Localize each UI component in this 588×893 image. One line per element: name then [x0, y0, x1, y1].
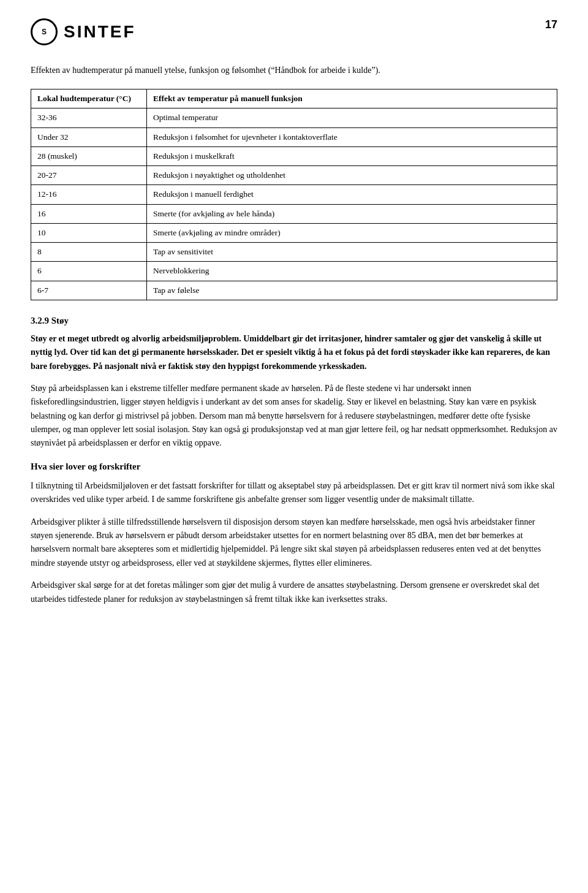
logo-symbol: S: [42, 28, 47, 36]
table-cell-temp: 10: [31, 223, 147, 242]
section-329-para2: Støy på arbeidsplassen kan i ekstreme ti…: [31, 382, 557, 450]
section-329-para3: I tilknytning til Arbeidsmiljøloven er d…: [31, 479, 557, 507]
page-header: S SINTEF 17: [31, 18, 557, 45]
table-col2-header: Effekt av temperatur på manuell funksjon: [146, 89, 557, 108]
table-row: 32-36Optimal temperatur: [31, 108, 557, 127]
table-cell-temp: 20-27: [31, 166, 147, 185]
table-cell-effect: Nerveblokkering: [146, 262, 557, 281]
table-cell-temp: 32-36: [31, 108, 147, 127]
table-cell-effect: Reduksjon i muskelkraft: [146, 146, 557, 165]
table-row: 12-16Reduksjon i manuell ferdighet: [31, 185, 557, 204]
logo-name: SINTEF: [64, 22, 136, 42]
temperature-table: Lokal hudtemperatur (°C) Effekt av tempe…: [31, 89, 557, 300]
table-cell-effect: Smerte (avkjøling av mindre områder): [146, 223, 557, 242]
table-cell-temp: 28 (muskel): [31, 146, 147, 165]
table-cell-temp: 6-7: [31, 281, 147, 300]
table-cell-effect: Tap av sensitivitet: [146, 243, 557, 262]
table-cell-effect: Tap av følelse: [146, 281, 557, 300]
section-329-para5: Arbeidsgiver skal sørge for at det foret…: [31, 579, 557, 606]
intro-text: Effekten av hudtemperatur på manuell yte…: [31, 64, 557, 77]
table-header-row: Lokal hudtemperatur (°C) Effekt av tempe…: [31, 89, 557, 108]
table-row: 6Nerveblokkering: [31, 262, 557, 281]
table-cell-temp: 16: [31, 204, 147, 223]
table-row: 16Smerte (for avkjøling av hele hånda): [31, 204, 557, 223]
table-row: 10Smerte (avkjøling av mindre områder): [31, 223, 557, 242]
section-329-para1: Støy er et meget utbredt og alvorlig arb…: [31, 332, 557, 373]
table-col1-header: Lokal hudtemperatur (°C): [31, 89, 147, 108]
section-329-heading: 3.2.9 Støy: [31, 316, 557, 326]
table-cell-temp: Under 32: [31, 127, 147, 146]
table-row: 20-27Reduksjon i nøyaktighet og utholden…: [31, 166, 557, 185]
table-cell-effect: Reduksjon i manuell ferdighet: [146, 185, 557, 204]
table-cell-effect: Optimal temperatur: [146, 108, 557, 127]
table-cell-effect: Reduksjon i nøyaktighet og utholdenhet: [146, 166, 557, 185]
page-number: 17: [545, 18, 557, 31]
laws-heading: Hva sier lover og forskrifter: [31, 462, 557, 472]
logo-circle-icon: S: [31, 18, 58, 45]
table-row: 6-7Tap av følelse: [31, 281, 557, 300]
logo-area: S SINTEF: [31, 18, 136, 45]
table-cell-temp: 8: [31, 243, 147, 262]
table-row: 8Tap av sensitivitet: [31, 243, 557, 262]
table-row: Under 32Reduksjon i følsomhet for ujevnh…: [31, 127, 557, 146]
table-cell-temp: 12-16: [31, 185, 147, 204]
table-cell-effect: Smerte (for avkjøling av hele hånda): [146, 204, 557, 223]
section-329-para4: Arbeidsgiver plikter å stille tilfredsst…: [31, 515, 557, 571]
table-cell-effect: Reduksjon i følsomhet for ujevnheter i k…: [146, 127, 557, 146]
table-row: 28 (muskel)Reduksjon i muskelkraft: [31, 146, 557, 165]
table-cell-temp: 6: [31, 262, 147, 281]
